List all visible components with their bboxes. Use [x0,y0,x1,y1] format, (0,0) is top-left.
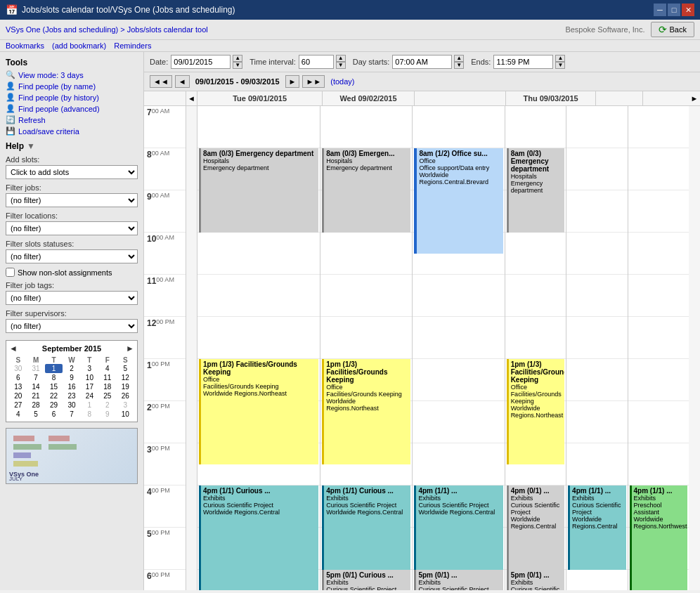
event-d2a-facilities[interactable]: 1pm (1/3) Facilities/Grounds Keeping Off… [322,359,410,464]
mini-cal-date[interactable]: 19 [117,382,134,391]
filter-locations-select[interactable]: (no filter) [6,221,138,235]
filter-supervisors-select[interactable]: (no filter) [6,319,138,333]
prev-day-arrow[interactable]: ◄ [186,91,197,105]
mini-cal-date[interactable]: 25 [98,391,116,400]
mini-cal-date[interactable]: 1 [81,400,98,410]
event-d1-curious[interactable]: 4pm (1/1) Curious ... Exhibits Curious S… [199,486,318,590]
interval-input[interactable] [299,55,334,69]
next-day-arrow[interactable]: ► [689,91,700,105]
reminders-link[interactable]: Reminders [114,41,151,50]
mini-cal-date[interactable]: 2 [63,364,80,373]
mini-cal-date[interactable]: 30 [9,364,27,373]
mini-cal-date[interactable]: 18 [98,382,116,391]
calendar-container[interactable]: ◄ Tue 09/01/2015 Wed 09/02/2015 Thu 09/0… [144,91,700,590]
event-d3a-emergency[interactable]: 8am (0/3) Emergency department Hospitals… [507,148,564,233]
mini-cal-date[interactable]: 7 [63,410,80,419]
event-d1-emergency[interactable]: 8am (0/3) Emergency department Hospitals… [199,148,318,233]
filter-tags-select[interactable]: (no filter) [6,291,138,305]
daystart-input[interactable] [392,55,452,69]
body-next-arrow[interactable] [689,106,700,590]
event-d3a-facilities[interactable]: 1pm (1/3) Facilities/Grounds Keeping Off… [507,359,564,464]
mini-cal-date[interactable]: 13 [9,382,27,391]
mini-cal-date[interactable]: 8 [81,410,98,419]
event-d2a-emergency[interactable]: 8am (0/3) Emergen... Hospitals Emergency… [322,148,410,233]
mini-cal-date[interactable]: 5 [117,364,134,373]
date-input[interactable] [171,55,231,69]
mini-cal-date[interactable]: 5 [27,410,44,419]
event-d3a-curious1[interactable]: 4pm (0/1) ... Exhibits Curious Scientifi… [507,486,564,570]
nav-next[interactable]: ► [285,75,300,88]
event-d3b-curious[interactable]: 4pm (1/1) ... Exhibits Curious Scientifi… [568,486,626,570]
date-spin-down[interactable]: ▼ [233,62,242,69]
mini-cal-date[interactable]: 8 [45,373,63,382]
mini-cal-date[interactable]: 4 [98,364,116,373]
mini-cal-date[interactable]: 10 [117,410,134,419]
mini-cal-date[interactable]: 20 [9,391,27,400]
mini-cal-date[interactable]: 17 [81,382,98,391]
today-link[interactable]: (today) [330,77,354,86]
filter-jobs-select[interactable]: (no filter) [6,193,138,207]
bookmarks-link[interactable]: Bookmarks [6,41,44,50]
filter-statuses-select[interactable]: (no filter) [6,249,138,263]
refresh-link[interactable]: 🔄 Refresh [6,115,138,124]
interval-spin-up[interactable]: ▲ [336,55,346,62]
mini-cal-date[interactable]: 15 [45,382,63,391]
event-d2b-office[interactable]: 8am (1/2) Office su... Office Office sup… [414,148,503,254]
event-d2b-curious2[interactable]: 5pm (0/1) ... Exhibits Curious Scientifi… [414,570,503,590]
mini-cal-date[interactable]: 23 [63,391,80,400]
add-slots-select[interactable]: Click to add slots [6,165,138,179]
maximize-button[interactable]: □ [668,4,680,16]
mini-cal-date[interactable]: 6 [9,373,27,382]
ends-spin-down[interactable]: ▼ [555,62,565,69]
date-spin-up[interactable]: ▲ [233,55,242,62]
mini-cal-date[interactable]: 3 [81,364,98,373]
mini-cal-date[interactable]: 9 [63,373,80,382]
mini-cal-date[interactable]: 6 [45,410,63,419]
find-advanced-link[interactable]: 👤 Find people (advanced) [6,104,138,113]
mini-cal-date[interactable]: 22 [45,391,63,400]
mini-cal-date[interactable]: 2 [98,400,116,410]
nav-first[interactable]: ◄◄ [150,75,172,88]
mini-cal-date[interactable]: 10 [81,373,98,382]
mini-cal-date[interactable]: 12 [117,373,134,382]
mini-cal-date[interactable]: 26 [117,391,134,400]
mini-cal-date[interactable]: 16 [63,382,80,391]
nav-last[interactable]: ►► [302,75,325,88]
add-bookmark-link[interactable]: (add bookmark) [52,41,106,50]
minimize-button[interactable]: ─ [654,4,666,16]
load-save-link[interactable]: 💾 Load/save criteria [6,126,138,136]
mini-cal-date[interactable]: 31 [27,364,44,373]
body-prev-arrow[interactable] [186,106,197,590]
find-by-history-link[interactable]: 👤 Find people (by history) [6,93,138,102]
mini-cal-date[interactable]: 11 [98,373,116,382]
ends-spin-up[interactable]: ▲ [555,55,565,62]
event-d1-facilities[interactable]: 1pm (1/3) Facilities/Grounds Keeping Off… [199,359,318,464]
close-button[interactable]: ✕ [682,4,694,16]
event-d2b-curious[interactable]: 4pm (1/1) ... Exhibits Curious Scientifi… [414,486,503,570]
mini-cal-date[interactable]: 3 [117,400,134,410]
show-nonslot-checkbox[interactable] [6,268,15,277]
mini-cal-date[interactable]: 28 [27,400,44,410]
mini-cal-date[interactable]: 21 [27,391,44,400]
mini-cal-date[interactable]: 1 [45,364,63,373]
mini-cal-date[interactable]: 4 [9,410,27,419]
event-d3a-curious2[interactable]: 5pm (0/1) ... Exhibits Curious Scientifi… [507,570,564,590]
mini-cal-prev[interactable]: ◄ [9,344,18,353]
event-d3c-preschool[interactable]: 4pm (1/1) ... Exhibits Preschool Assista… [630,486,687,590]
mini-cal-date[interactable]: 7 [27,373,44,382]
breadcrumb-link-2[interactable]: Jobs/slots calendar tool [127,25,208,34]
ends-input[interactable] [493,55,553,69]
interval-spin-down[interactable]: ▼ [336,62,346,69]
nav-prev[interactable]: ◄ [175,75,190,88]
event-d2a-curious[interactable]: 4pm (1/1) Curious ... Exhibits Curious S… [322,486,410,570]
daystart-spin-up[interactable]: ▲ [454,55,464,62]
view-mode-link[interactable]: 🔍 View mode: 3 days [6,70,138,79]
mini-cal-date[interactable]: 14 [27,382,44,391]
mini-cal-date[interactable]: 24 [81,391,98,400]
find-by-name-link[interactable]: 👤 Find people (by name) [6,82,138,91]
event-d2a-curious2[interactable]: 5pm (0/1) Curious ... Exhibits Curious S… [322,570,410,590]
breadcrumb-link-1[interactable]: VSys One (Jobs and scheduling) [6,25,118,34]
daystart-spin-down[interactable]: ▼ [454,62,464,69]
back-button[interactable]: ⟳ Back [651,22,694,37]
mini-cal-date[interactable]: 29 [45,400,63,410]
